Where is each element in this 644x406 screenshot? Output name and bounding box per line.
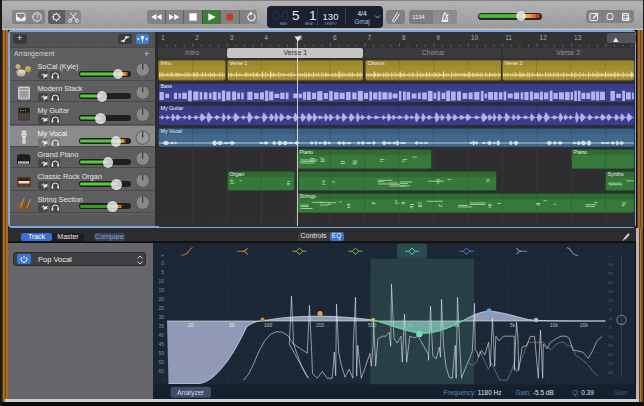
svg-text:100: 100 <box>264 321 273 327</box>
svg-text:Q: 0.39: Q: 0.39 <box>572 389 594 397</box>
svg-text:60: 60 <box>158 367 164 373</box>
svg-text:Analyzer: Analyzer <box>176 388 204 396</box>
svg-text:Piano: Piano <box>574 149 588 155</box>
svg-text:25: 25 <box>608 271 613 276</box>
svg-text:500: 500 <box>368 321 377 327</box>
svg-text:5k: 5k <box>510 321 516 327</box>
svg-text:10: 10 <box>158 278 164 284</box>
svg-text:20: 20 <box>608 280 613 285</box>
svg-text:4: 4 <box>264 34 268 41</box>
svg-text:Organ: Organ <box>230 171 245 177</box>
svg-text:10k: 10k <box>550 321 559 327</box>
svg-text:Chorus: Chorus <box>367 60 384 66</box>
svg-text:10: 10 <box>608 334 613 339</box>
svg-text:5: 5 <box>161 269 164 275</box>
svg-text:50: 50 <box>158 349 164 355</box>
svg-text:40: 40 <box>158 332 164 338</box>
svg-text:Intro: Intro <box>160 60 171 66</box>
svg-text:2: 2 <box>195 34 199 41</box>
svg-text:?: ? <box>35 13 39 20</box>
svg-text:25: 25 <box>608 361 613 366</box>
svg-text:Synths: Synths <box>608 171 625 177</box>
svg-text:Bass: Bass <box>160 83 172 89</box>
svg-text:+: + <box>161 252 164 258</box>
svg-text:3: 3 <box>229 34 233 41</box>
svg-text:35: 35 <box>158 323 164 329</box>
svg-text:20k: 20k <box>580 321 589 327</box>
svg-text:-: - <box>162 376 164 382</box>
svg-text:6: 6 <box>333 34 337 41</box>
svg-text:55: 55 <box>158 358 164 364</box>
svg-text:30: 30 <box>608 370 613 375</box>
svg-text:Frequency: 1180 Hz: Frequency: 1180 Hz <box>443 389 501 397</box>
svg-text:Gain: Gain <box>613 389 627 396</box>
svg-text:5: 5 <box>609 307 612 312</box>
svg-text:13: 13 <box>574 34 582 41</box>
svg-text:15: 15 <box>608 343 613 348</box>
svg-text:25: 25 <box>158 305 164 311</box>
svg-text:My Guitar: My Guitar <box>160 105 183 111</box>
svg-text:50: 50 <box>229 321 235 327</box>
svg-text:20: 20 <box>188 321 194 327</box>
svg-text:8: 8 <box>401 34 405 41</box>
svg-text:9: 9 <box>436 34 440 41</box>
svg-text:11: 11 <box>505 34 512 41</box>
svg-text:My Vocal: My Vocal <box>160 128 181 134</box>
svg-text:Strings: Strings <box>300 193 317 199</box>
svg-text:15: 15 <box>158 287 164 293</box>
svg-text:45: 45 <box>158 341 164 347</box>
svg-text:Verse 2: Verse 2 <box>505 60 523 66</box>
svg-text:1: 1 <box>160 34 164 41</box>
svg-text:30: 30 <box>608 262 613 267</box>
svg-text:-: - <box>609 379 611 384</box>
svg-text:+: + <box>609 253 612 258</box>
svg-text:7: 7 <box>367 34 371 41</box>
svg-text:5: 5 <box>609 325 612 330</box>
svg-text:20: 20 <box>608 352 613 357</box>
svg-text:20: 20 <box>158 296 164 302</box>
svg-text:200: 200 <box>316 321 325 327</box>
svg-text:10: 10 <box>470 34 478 41</box>
svg-text:Piano: Piano <box>300 149 314 155</box>
svg-text:12: 12 <box>539 34 547 41</box>
svg-text:Gain: -5.5 dB: Gain: -5.5 dB <box>515 389 553 396</box>
svg-text:30: 30 <box>158 314 164 320</box>
svg-text:0: 0 <box>609 316 612 321</box>
svg-text:10: 10 <box>608 298 613 303</box>
svg-text:0: 0 <box>161 260 164 266</box>
svg-text:Verse 1: Verse 1 <box>229 60 247 66</box>
svg-text:15: 15 <box>608 289 613 294</box>
